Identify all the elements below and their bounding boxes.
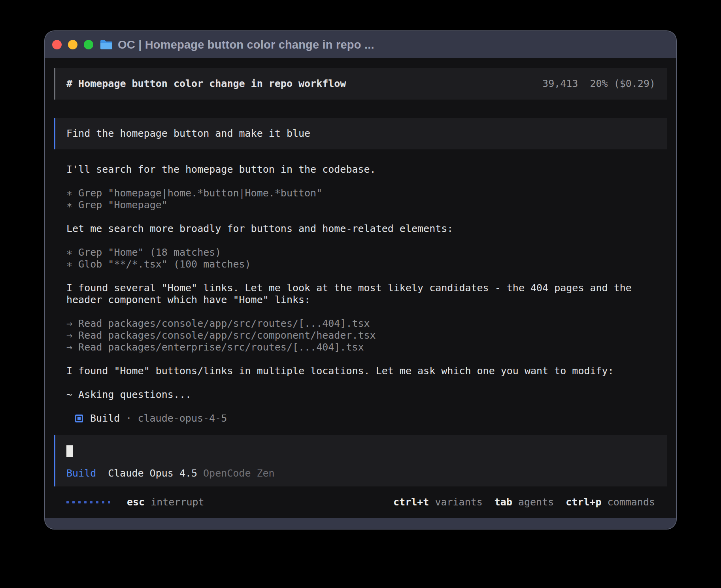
transcript-blank-line [66, 175, 667, 187]
session-header: # Homepage button color change in repo w… [54, 68, 667, 100]
agent-name: Build [90, 413, 120, 424]
hint-bar: esc interrupt ctrl+t variants tab agents… [54, 496, 667, 508]
esc-key: esc [127, 496, 145, 508]
tool-call-read: → Read packages/console/app/src/componen… [66, 330, 667, 341]
esc-label: interrupt [151, 496, 204, 508]
text-cursor [66, 445, 73, 457]
context-cost: 20% ($0.29) [590, 78, 655, 90]
transcript-line: I found "Home" buttons/links in multiple… [66, 365, 667, 377]
titlebar: OC | Homepage button color change in rep… [45, 31, 676, 58]
tab-key: tab [495, 496, 512, 508]
composer-meta: Build Claude Opus 4.5 OpenCode Zen [66, 467, 656, 479]
transcript-line: Let me search more broadly for buttons a… [66, 223, 667, 235]
transcript-blank-line [66, 306, 667, 318]
hint-left: esc interrupt [66, 496, 204, 508]
composer-agent[interactable]: Build [66, 467, 96, 479]
transcript-line: I'll search for the homepage button in t… [66, 164, 667, 175]
terminal-viewport: # Homepage button color change in repo w… [45, 58, 676, 518]
close-button[interactable] [52, 40, 62, 49]
composer-provider: OpenCode Zen [203, 467, 275, 479]
transcript-blank-line [66, 235, 667, 247]
app-window: OC | Homepage button color change in rep… [44, 30, 677, 530]
hint-right: ctrl+t variants tab agents ctrl+p comman… [393, 496, 655, 508]
window-title: OC | Homepage button color change in rep… [118, 38, 374, 51]
transcript-blank-line [66, 377, 667, 389]
status-separator [120, 413, 126, 424]
assistant-transcript: I'll search for the homepage button in t… [54, 164, 667, 413]
user-message: Find the homepage button and make it blu… [54, 118, 667, 149]
status-dot: · [126, 413, 132, 424]
ctrl-p-key: ctrl+p [566, 496, 601, 508]
model-id: claude-opus-4-5 [138, 413, 227, 424]
transcript-blank-line [66, 270, 667, 282]
agent-square-icon [75, 415, 83, 422]
ctrl-t-key: ctrl+t [393, 496, 429, 508]
minimize-button[interactable] [68, 40, 77, 49]
tool-call-glob: ∗ Glob "**/*.tsx" (100 matches) [66, 258, 667, 270]
tool-call-read: → Read packages/console/app/src/routes/[… [66, 318, 667, 330]
agent-status-line: Build · claude-opus-4-5 [54, 413, 667, 424]
traffic-lights [52, 40, 93, 49]
commands-label: commands [608, 496, 655, 508]
window-footer-strip [45, 518, 676, 529]
hint-agents: tab agents [495, 496, 554, 508]
working-spinner-dots [66, 501, 110, 503]
transcript-line: header component which have "Home" links… [66, 294, 667, 306]
session-title: # Homepage button color change in repo w… [66, 78, 346, 90]
hint-esc: esc interrupt [127, 496, 204, 508]
transcript-blank-line [66, 401, 667, 413]
composer-model[interactable]: Claude Opus 4.5 [108, 467, 197, 479]
token-count: 39,413 [542, 78, 578, 90]
prompt-input[interactable]: Build Claude Opus 4.5 OpenCode Zen [54, 435, 667, 486]
zoom-button[interactable] [84, 40, 93, 49]
transcript-blank-line [66, 211, 667, 223]
tool-call-grep: ∗ Grep "homepage|home.*button|Home.*butt… [66, 187, 667, 199]
tool-call-grep: ∗ Grep "Home" (18 matches) [66, 247, 667, 258]
agents-label: agents [518, 496, 554, 508]
session-stats: 39,413 20% ($0.29) [542, 78, 655, 90]
transcript-blank-line [66, 353, 667, 365]
asking-questions-line: ~ Asking questions... [66, 389, 667, 401]
tool-call-grep: ∗ Grep "Homepage" [66, 199, 667, 211]
tool-call-read: → Read packages/enterprise/src/routes/[.… [66, 341, 667, 353]
variants-label: variants [435, 496, 482, 508]
folder-icon [100, 39, 113, 50]
status-separator [132, 413, 138, 424]
hint-variants: ctrl+t variants [393, 496, 483, 508]
user-message-text: Find the homepage button and make it blu… [66, 128, 310, 139]
hint-commands: ctrl+p commands [566, 496, 655, 508]
transcript-line: I found several "Home" links. Let me loo… [66, 282, 667, 294]
